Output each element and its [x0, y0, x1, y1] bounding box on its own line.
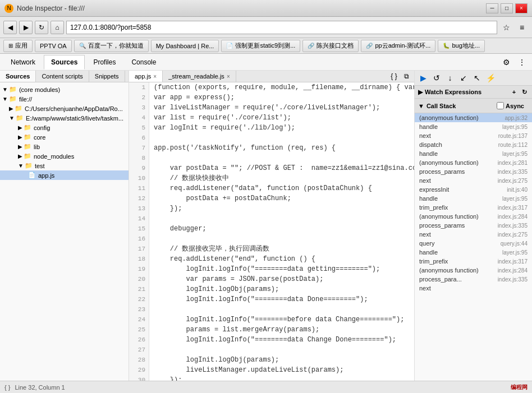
left-panel: Sources Content scripts Snippets ▼ 📁 (co…: [0, 71, 129, 381]
call-stack-item[interactable]: next: [415, 284, 532, 293]
call-stack-item[interactable]: (anonymous function)index.js:284: [415, 212, 532, 221]
tree-appdata[interactable]: ▶ 📁 C:/Users/chenjuanhe/AppData/Ro...: [0, 104, 129, 113]
call-stack-item[interactable]: (anonymous function)app.js:32: [415, 113, 532, 122]
forward-button[interactable]: ▶: [19, 21, 33, 34]
line-number: 14: [132, 214, 145, 224]
line-number: 30: [132, 375, 145, 381]
window-controls[interactable]: ─ □ ×: [486, 3, 528, 13]
line-number: 15: [132, 224, 145, 234]
call-stack-item[interactable]: nextindex.js:275: [415, 230, 532, 239]
call-stack-item[interactable]: handlelayer.js:95: [415, 194, 532, 203]
tab-profiles[interactable]: Profiles: [86, 55, 123, 70]
tab-network[interactable]: Network: [3, 55, 43, 70]
tree-wamp[interactable]: ▼ 📁 E:/wamp/www/static9/livetv/taskm...: [0, 113, 129, 123]
call-file-location: layer.js:95: [502, 124, 528, 130]
call-file-location: index.js:335: [498, 223, 528, 229]
bookmark-pptv[interactable]: PPTV OA: [35, 40, 72, 52]
bookmark-static[interactable]: 📄 强制更新static9到测...: [221, 40, 300, 52]
call-stack-item[interactable]: process_paramsindex.js:335: [415, 167, 532, 176]
call-stack-item[interactable]: handlelayer.js:95: [415, 248, 532, 257]
line-number: 1: [132, 82, 145, 93]
bookmark-pp-admin[interactable]: 🔗 pp云admin-测试环...: [361, 40, 435, 52]
back-button[interactable]: ◀: [3, 21, 17, 34]
split-icon[interactable]: ⧉: [401, 71, 412, 82]
line-number: 4: [132, 113, 145, 123]
watch-header[interactable]: ▶ Watch Expressions + ↻: [415, 86, 532, 98]
home-button[interactable]: ⌂: [51, 21, 64, 34]
tree-node-modules[interactable]: ▶ 📁 node_modules: [0, 151, 129, 161]
format-indicator: { }: [4, 384, 10, 391]
tree-test[interactable]: ▼ 📁 test: [0, 161, 129, 170]
resume-button[interactable]: ▶: [417, 72, 429, 84]
tree-core[interactable]: ▶ 📁 core: [0, 132, 129, 142]
call-stack-item[interactable]: trim_prefixindex.js:317: [415, 203, 532, 212]
minimize-button[interactable]: ─: [486, 3, 498, 13]
tree-lib[interactable]: ▶ 📁 lib: [0, 142, 129, 151]
call-function-name: trim_prefix: [419, 258, 448, 265]
call-stack-item[interactable]: process_para...index.js:335: [415, 275, 532, 284]
call-stack-item[interactable]: (anonymous function)index.js:281: [415, 158, 532, 167]
call-stack-item[interactable]: (anonymous function)index.js:284: [415, 266, 532, 275]
call-stack-item[interactable]: handlelayer.js:95: [415, 149, 532, 158]
bookmark-apps[interactable]: ⊞ 应用: [3, 40, 33, 52]
code-line: // 数据块快接收中: [154, 173, 410, 183]
tree-file-root[interactable]: ▼ 📁 file://: [0, 94, 129, 104]
bookmark-baidu[interactable]: 🔍 百度一下，你就知道: [74, 40, 149, 52]
bookmark-api-doc[interactable]: 🔗 陈兴接口文档: [302, 40, 359, 52]
call-stack-item[interactable]: dispatchroute.js:112: [415, 140, 532, 149]
bookmark-bug[interactable]: 🐛 bug地址...: [438, 40, 485, 52]
call-stack-item[interactable]: expressInitinit.js:40: [415, 185, 532, 194]
tab-sources[interactable]: Sources: [44, 55, 85, 70]
call-file-location: index.js:281: [498, 160, 528, 166]
step-out-button[interactable]: ↖: [471, 72, 483, 84]
line-number: 23: [132, 304, 145, 315]
more-icon[interactable]: ⋮: [515, 56, 529, 69]
call-file-location: init.js:40: [507, 187, 528, 193]
window-title: Node Inspector - file:///: [17, 4, 486, 12]
close-button[interactable]: ×: [515, 3, 528, 13]
folder-icon: 📁: [9, 86, 17, 93]
deactivate-button[interactable]: ⚡: [484, 72, 497, 84]
call-stack-header[interactable]: ▼ Call Stack Async: [415, 99, 532, 113]
code-line: [154, 345, 410, 355]
menu-icon[interactable]: ≡: [515, 21, 529, 34]
maximize-button[interactable]: □: [501, 3, 513, 13]
call-file-location: index.js:284: [498, 267, 528, 274]
tree-app-js[interactable]: 📄 app.js: [0, 170, 129, 180]
async-checkbox-container[interactable]: Async: [492, 100, 529, 111]
code-area[interactable]: 1234567891011121314151617181920212223242…: [129, 82, 414, 381]
settings-icon[interactable]: ⚙: [499, 56, 513, 69]
refresh-button[interactable]: ↻: [35, 21, 48, 34]
call-stack-item[interactable]: nextroute.js:137: [415, 131, 532, 140]
tab-content-scripts[interactable]: Content scripts: [36, 71, 89, 82]
tree-item-label: config: [34, 124, 50, 131]
call-stack-item[interactable]: trim_prefixindex.js:317: [415, 257, 532, 266]
file-tab-app-js[interactable]: app.js ×: [129, 71, 163, 82]
step-into-button[interactable]: ↙: [457, 72, 470, 84]
tree-core-modules[interactable]: ▼ 📁 (core modules): [0, 85, 129, 94]
close-tab-icon[interactable]: ×: [227, 73, 230, 80]
add-watch-icon[interactable]: +: [510, 87, 519, 96]
refresh-watch-icon[interactable]: ↻: [520, 87, 529, 96]
tree-config[interactable]: ▶ 📁 config: [0, 123, 129, 132]
async-checkbox[interactable]: [497, 102, 504, 109]
file-tab-stream-readable[interactable]: _stream_readable.js ×: [163, 71, 236, 82]
step-over-button[interactable]: ↓: [444, 72, 456, 84]
call-stack-item[interactable]: process_paramsindex.js:335: [415, 221, 532, 230]
tab-sources-left[interactable]: Sources: [0, 71, 36, 82]
call-file-location: index.js:335: [498, 169, 528, 175]
bookmark-star-icon[interactable]: ☆: [499, 21, 513, 34]
code-line: liveListManager.updateLiveList(params);: [154, 365, 410, 375]
call-stack-item[interactable]: handlelayer.js:95: [415, 122, 532, 131]
address-input[interactable]: [66, 21, 497, 34]
tab-console[interactable]: Console: [124, 55, 163, 70]
watch-label: Watch Expressions: [425, 89, 481, 95]
call-stack-item[interactable]: nextindex.js:275: [415, 176, 532, 185]
call-stack-item[interactable]: queryquery.js:44: [415, 239, 532, 248]
close-tab-icon[interactable]: ×: [153, 73, 157, 80]
bookmark-dashboard[interactable]: My Dashboard | Re...: [151, 40, 219, 52]
pause-button[interactable]: ↺: [430, 72, 443, 84]
tab-snippets[interactable]: Snippets: [89, 71, 125, 82]
center-panel: app.js × _stream_readable.js × { } ⧉ 123…: [129, 71, 414, 381]
format-icon[interactable]: { }: [388, 71, 400, 82]
